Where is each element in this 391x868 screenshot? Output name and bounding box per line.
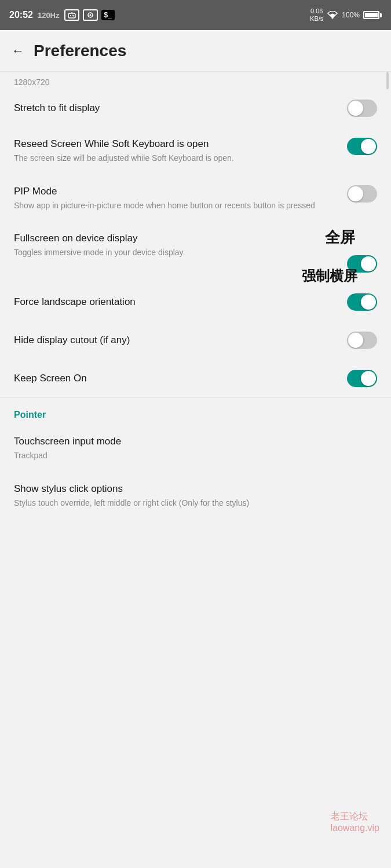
setting-text-landscape: Force landscape orientation <box>14 296 347 308</box>
setting-desc-reseed: The screen size will be adjusted while S… <box>14 153 338 164</box>
toggle-fullscreen[interactable] <box>347 255 377 273</box>
setting-item-landscape: Force landscape orientation 强制横屏 <box>0 283 391 321</box>
setting-title-stretch: Stretch to fit display <box>14 102 338 115</box>
toggle-track <box>347 293 377 311</box>
setting-title-reseed: Reseed Screen While Soft Keyboard is ope… <box>14 138 338 150</box>
status-left: 20:52 120Hz $_ <box>9 9 115 21</box>
resolution-hint: 1280x720 <box>0 72 391 89</box>
setting-text-fullscreen: Fullscreen on device display Toggles imm… <box>14 232 347 259</box>
status-bar: 20:52 120Hz $_ 0.0 <box>0 0 391 30</box>
setting-text-cutout: Hide display cutout (if any) <box>14 334 347 347</box>
pointer-section-label: Pointer <box>14 410 46 420</box>
setting-text: Stretch to fit display <box>14 102 347 115</box>
svg-point-7 <box>89 14 91 16</box>
toggle-track <box>347 255 377 273</box>
setting-item-stretch-to-fit: Stretch to fit display <box>0 89 391 127</box>
toggle-stretch-to-fit[interactable] <box>347 100 377 117</box>
setting-title-cutout: Hide display cutout (if any) <box>14 334 338 347</box>
battery-icon <box>363 11 382 19</box>
status-hz: 120Hz <box>38 11 60 20</box>
svg-rect-0 <box>68 13 75 18</box>
svg-point-4 <box>72 15 74 16</box>
toggle-track <box>347 138 377 155</box>
setting-desc-fullscreen: Toggles immersive mode in your device di… <box>14 247 338 259</box>
setting-item-pip: PIP Mode Show app in picture-in-picture … <box>0 175 391 222</box>
toggle-keep-screen[interactable] <box>347 370 377 387</box>
toggle-track <box>347 185 377 203</box>
terminal-icon: $_ <box>101 10 115 20</box>
network-speed: 0.06KB/s <box>310 8 323 23</box>
setting-desc-pip: Show app in picture-in-picture mode when… <box>14 200 338 212</box>
setting-title-stylus: Show stylus click options <box>14 483 368 495</box>
setting-item-touchscreen[interactable]: Touchscreen input mode Trackpad <box>0 425 391 472</box>
toggle-landscape[interactable] <box>347 293 377 311</box>
toggle-reseed[interactable] <box>347 138 377 155</box>
game-icon-1 <box>64 9 79 21</box>
setting-item-stylus: Show stylus click options Stylus touch o… <box>0 472 391 520</box>
setting-desc-touchscreen: Trackpad <box>14 450 368 462</box>
toggle-thumb <box>361 256 376 271</box>
settings-wrapper: Stretch to fit display Reseed Screen Whi… <box>0 89 391 398</box>
pointer-section-header: Pointer <box>0 398 391 425</box>
toggle-thumb <box>361 139 376 154</box>
setting-text-reseed: Reseed Screen While Soft Keyboard is ope… <box>14 138 347 164</box>
svg-point-8 <box>332 17 334 19</box>
game-icon-2 <box>83 9 98 21</box>
wifi-icon <box>327 11 338 19</box>
toggle-thumb <box>348 333 363 348</box>
setting-title-touchscreen: Touchscreen input mode <box>14 435 368 448</box>
toggle-thumb <box>348 101 363 116</box>
content-area: 1280x720 Stretch to fit display Reseed S… <box>0 72 391 520</box>
setting-title-keep-screen: Keep Screen On <box>14 372 338 385</box>
watermark: 老王论坛laowang.vip <box>331 811 380 833</box>
status-icons: $_ <box>64 9 115 21</box>
setting-desc-stylus: Stylus touch override, left middle or ri… <box>14 498 368 509</box>
setting-text-keep-screen: Keep Screen On <box>14 372 347 385</box>
toggle-thumb <box>348 186 363 201</box>
svg-point-5 <box>73 16 74 17</box>
setting-title-landscape: Force landscape orientation <box>14 296 338 308</box>
toggle-pip[interactable] <box>347 185 377 203</box>
toggle-cutout[interactable] <box>347 332 377 349</box>
toggle-thumb <box>361 371 376 386</box>
setting-text-pip: PIP Mode Show app in picture-in-picture … <box>14 185 347 212</box>
setting-title-pip: PIP Mode <box>14 185 338 198</box>
page-title: Preferences <box>34 42 126 60</box>
setting-item-fullscreen: Fullscreen on device display Toggles imm… <box>0 222 391 283</box>
status-right: 0.06KB/s 100% <box>310 8 382 23</box>
setting-item-cutout: Hide display cutout (if any) <box>0 321 391 359</box>
toggle-track <box>347 332 377 349</box>
setting-text-touchscreen: Touchscreen input mode Trackpad <box>14 435 377 462</box>
setting-text-stylus: Show stylus click options Stylus touch o… <box>14 483 377 509</box>
toggle-track <box>347 370 377 387</box>
setting-item-reseed: Reseed Screen While Soft Keyboard is ope… <box>0 127 391 175</box>
toggle-track <box>347 100 377 117</box>
header: ← Preferences <box>0 30 391 72</box>
back-button[interactable]: ← <box>12 43 24 58</box>
setting-title-fullscreen: Fullscreen on device display <box>14 232 338 245</box>
battery-percent: 100% <box>342 11 360 19</box>
toggle-thumb <box>361 295 376 310</box>
setting-item-keep-screen: Keep Screen On <box>0 359 391 398</box>
status-time: 20:52 <box>9 10 33 20</box>
